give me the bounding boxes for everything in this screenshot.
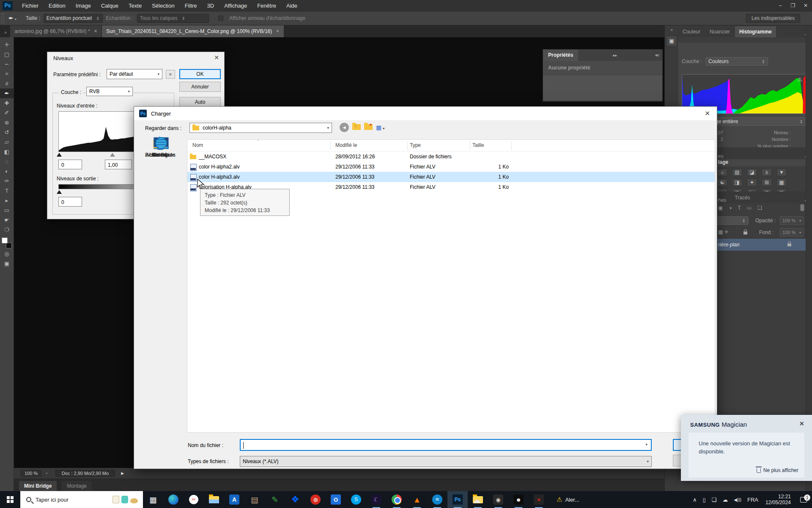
tab-proprietes[interactable]: Propriétés [543, 50, 578, 61]
taskbar-app-icon[interactable]: ▦ [143, 491, 163, 508]
adjustment-icon[interactable]: ▦ [776, 179, 787, 186]
clock[interactable]: 12:21 12/05/2024 [765, 494, 791, 505]
alert-app-button[interactable]: ⚠ Aler... [557, 496, 579, 503]
lock-all-icon[interactable] [743, 232, 747, 235]
background-color-swatch[interactable] [6, 243, 12, 248]
opacity-value[interactable]: 100 %▾ [780, 216, 804, 225]
menu-fenetre[interactable]: Fenêtre [252, 0, 281, 11]
panel-tab[interactable]: Couleur [678, 26, 705, 37]
menu-filtre[interactable]: Filtre [180, 0, 202, 11]
taskbar-app-icon[interactable]: ✎ [265, 491, 285, 508]
adjustment-icon[interactable]: ◪ [747, 168, 757, 176]
close-icon[interactable]: ✕ [214, 54, 219, 61]
preset-select[interactable]: Par défaut▾ [107, 69, 162, 79]
view-menu-button[interactable]: ▦▾ [376, 124, 384, 131]
fill-value[interactable]: 100 %▾ [780, 228, 804, 237]
language-indicator[interactable]: FRA [747, 497, 758, 503]
menu-texte[interactable]: Texte [123, 0, 147, 11]
tool-button[interactable]: T [0, 186, 14, 196]
minimize-button[interactable]: – [774, 0, 787, 11]
adjustment-icon[interactable]: ☯ [717, 179, 727, 186]
filetype-select[interactable]: Niveaux (*.ALV)▾ [240, 456, 652, 467]
bottom-panel-tab[interactable]: Mini Bridge [19, 481, 57, 491]
output-black-input[interactable] [58, 197, 82, 207]
zoom-level-field[interactable]: 100 % [21, 470, 41, 477]
layer-filter-icon[interactable]: ▭ [747, 205, 752, 211]
column-header-nom[interactable]: Nom [192, 142, 203, 148]
tool-button[interactable]: ↺ [0, 127, 14, 137]
document-tab[interactable]: Sun_Thiais_20240511_084220_L_Ceres-M_Col… [102, 25, 284, 37]
menu-aide[interactable]: Aide [281, 0, 302, 11]
back-button[interactable]: ◀ [340, 123, 349, 132]
menu-fichier[interactable]: Fichier [17, 0, 44, 11]
tool-button[interactable]: ◐ [0, 166, 14, 176]
tab-close-icon[interactable]: ✕ [276, 25, 279, 37]
taskbar-app-icon[interactable]: ☻ [508, 491, 529, 508]
taskbar-app-icon[interactable] [204, 491, 224, 508]
menu-edition[interactable]: Edition [44, 0, 71, 11]
taskbar-app-icon[interactable]: A [224, 491, 244, 508]
layer-filter-icon[interactable]: ▣ [718, 205, 723, 211]
tool-button[interactable]: ✚ [0, 98, 14, 108]
taskbar-app-icon[interactable]: ▲ [407, 491, 427, 508]
adjustment-icon[interactable]: ✦ [747, 179, 757, 186]
sidebar-place[interactable]: Réseau [134, 136, 187, 158]
tray-chevron-icon[interactable]: ∧ [693, 497, 697, 503]
taskbar-search[interactable]: Taper ici pour [20, 491, 143, 508]
menu-affichage[interactable]: Affichage [219, 0, 252, 11]
doc-size-field[interactable]: Doc : 2,90 Mo/2,90 Mo [55, 470, 115, 477]
preset-options-icon[interactable]: ≡ [166, 70, 175, 79]
taskbar-app-icon[interactable]: O [326, 491, 346, 508]
channel-select[interactable]: RVB▾ [86, 87, 133, 96]
workspace-switcher-button[interactable]: Les indispensables [746, 14, 800, 23]
up-one-level-button[interactable]: ↑ [352, 124, 361, 130]
cached-data-warning-icon[interactable]: ⚠ [797, 76, 802, 83]
tool-button[interactable]: ◎ [0, 249, 14, 259]
adjustment-icon[interactable]: ± [762, 168, 772, 176]
tool-button[interactable]: ✐ [0, 108, 14, 118]
close-button[interactable]: ✕ [799, 0, 812, 11]
menu-3d[interactable]: 3D [202, 0, 219, 11]
taskbar-app-icon[interactable]: ≈ [427, 491, 447, 508]
gamma-slider[interactable] [110, 153, 115, 157]
couches-tab-fragment[interactable]: hes [718, 197, 726, 203]
tool-button[interactable]: ▱ [0, 137, 14, 147]
tab-close-icon[interactable]: ✕ [94, 25, 97, 37]
sample-layers-select[interactable]: Tous les calques⇕ [137, 14, 209, 23]
black-point-slider[interactable] [57, 153, 62, 157]
close-icon[interactable]: ✕ [705, 110, 710, 117]
tool-button[interactable]: ☛ [0, 215, 14, 225]
start-button[interactable] [0, 491, 20, 508]
column-header-type[interactable]: Type [410, 142, 421, 148]
layer-filter-icon[interactable]: ❏ [757, 205, 762, 211]
adjustment-icon[interactable]: ☼ [717, 168, 727, 176]
panel-collapse-icon[interactable]: ▸▸ [613, 53, 617, 58]
dismiss-button[interactable]: Ne plus afficher [757, 467, 798, 473]
taskbar-app-icon[interactable]: ✴ [529, 491, 549, 508]
tool-button[interactable]: ❍ [0, 225, 14, 235]
taskbar-app-icon[interactable] [163, 491, 184, 508]
layer-filter-icon[interactable]: T [738, 205, 741, 211]
menu-selection[interactable]: Sélection [147, 0, 179, 11]
tool-button[interactable]: ✒ [0, 88, 14, 98]
lock-icons[interactable]: ▦ ✛ [718, 229, 729, 235]
dialog-title-bar[interactable]: Ps Charger ✕ [134, 107, 717, 120]
panel-menu-icon[interactable]: ▾≡ [655, 53, 659, 58]
taskbar-app-icon[interactable]: ◉ [488, 491, 508, 508]
your-phone-icon[interactable]: ▯ [702, 497, 705, 503]
new-folder-button[interactable]: ✶ [364, 124, 373, 130]
foreground-color-swatch[interactable] [2, 237, 8, 243]
color-swatches[interactable] [1, 237, 12, 249]
taskbar-app-icon[interactable]: ☾ [366, 491, 387, 508]
tool-button[interactable]: # [0, 79, 14, 88]
taskbar-app-icon[interactable]: ◍ [305, 491, 326, 508]
options-bar-handle[interactable] [1, 13, 4, 24]
show-sampling-ring-checkbox[interactable] [218, 16, 223, 21]
taskbar-app-icon[interactable]: S [346, 491, 366, 508]
tool-button[interactable]: ◧ [0, 147, 14, 157]
adjustment-icon[interactable]: ▤ [732, 168, 742, 176]
tool-button[interactable]: ⊛ [0, 118, 14, 127]
tab-overflow-icon[interactable]: » [4, 30, 7, 35]
column-header-taille[interactable]: Taille [472, 142, 484, 148]
tool-button[interactable]: ▣ [0, 259, 14, 268]
